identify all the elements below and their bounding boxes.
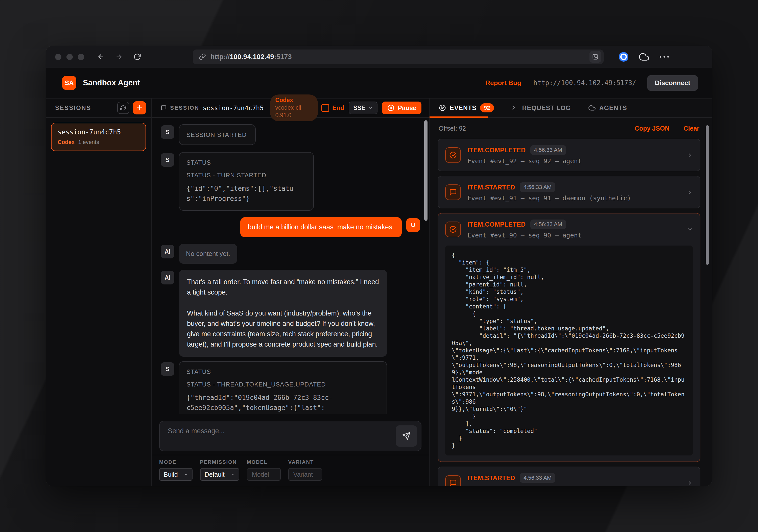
mode-field: MODE Build (159, 459, 192, 486)
message-square-icon (445, 475, 461, 486)
panel-tabs: EVENTS 92 REQUEST LOG AGENTS (430, 99, 712, 118)
session-list-item[interactable]: session-7un4c7h5 Codex 1 events (51, 123, 146, 151)
disconnect-button[interactable]: Disconnect (647, 75, 698, 91)
new-session-button[interactable] (133, 101, 146, 115)
clear-button[interactable]: Clear (683, 125, 699, 132)
message-bubble: STATUS STATUS - THREAD.TOKEN_USAGE.UPDAT… (179, 361, 387, 414)
url-host: 100.94.102.49 (230, 53, 274, 61)
permission-label: PERMISSION (200, 459, 239, 465)
events-panel: EVENTS 92 REQUEST LOG AGENTS Offset: 92 (430, 99, 712, 486)
mode-label: MODE (159, 459, 192, 465)
reload-icon (133, 53, 141, 61)
address-bar[interactable]: http://100.94.102.49:5173 (193, 50, 603, 64)
cloud-icon[interactable] (639, 52, 649, 62)
system-message: S STATUS STATUS - TURN.STARTED {"id":"0"… (161, 152, 420, 211)
send-button[interactable] (396, 425, 417, 447)
system-message: S SESSION STARTED (161, 124, 420, 145)
chevron-right-icon (687, 152, 693, 158)
system-avatar: S (161, 362, 174, 376)
browser-menu-icon[interactable] (660, 56, 669, 58)
status-title: STATUS (187, 159, 306, 166)
app-logo: SA (62, 76, 76, 90)
end-session-checkbox[interactable]: End (322, 104, 344, 112)
session-event-count: 1 events (78, 139, 99, 146)
forward-button[interactable] (114, 51, 124, 62)
check-circle-icon (445, 147, 461, 163)
sessions-heading: SESSIONS (55, 104, 91, 112)
app-header: SA Sandbox Agent Report Bug http://100.9… (46, 68, 712, 99)
pause-button[interactable]: Pause (382, 102, 422, 114)
message-bubble: No content yet. (179, 244, 237, 264)
system-avatar: S (161, 125, 174, 139)
tab-events[interactable]: EVENTS 92 (439, 103, 494, 113)
session-label: SESSION (170, 105, 199, 111)
send-icon (402, 432, 411, 440)
chevron-down-icon (368, 106, 373, 110)
user-avatar: U (406, 218, 420, 232)
model-label: MODEL (247, 459, 281, 465)
events-scrollbar[interactable] (706, 125, 709, 265)
refresh-sessions-button[interactable] (117, 102, 129, 114)
empty-content-label: No content yet. (186, 250, 230, 258)
assistant-paragraph: What kind of SaaS do you want (industry/… (187, 308, 379, 349)
assistant-paragraph: That’s a tall order. To move fast and “m… (187, 277, 379, 298)
event-type: ITEM.COMPLETED (467, 147, 526, 154)
password-manager-icon[interactable] (619, 52, 628, 62)
chevron-right-icon (687, 189, 693, 195)
chevron-down-icon (687, 226, 693, 232)
assistant-message: AI That’s a tall order. To move fast and… (161, 270, 420, 357)
event-type: ITEM.STARTED (467, 474, 515, 482)
variant-field: VARIANT (288, 459, 322, 486)
model-input-wrap (247, 468, 281, 481)
refresh-icon (120, 105, 126, 111)
status-json: {"threadId":"019c04ad-266b-72c3-83cc- c5… (187, 392, 380, 414)
permission-select[interactable]: Default (200, 468, 239, 481)
close-window-button[interactable] (55, 54, 61, 60)
event-card[interactable]: ITEM.COMPLETED 4:56:33 AM Event #evt_92 … (438, 139, 701, 171)
copy-json-button[interactable]: Copy JSON (635, 125, 670, 132)
tab-agents[interactable]: AGENTS (588, 104, 627, 112)
collapse-event-button[interactable] (687, 226, 693, 232)
variant-input[interactable] (293, 471, 318, 479)
reader-toggle-button[interactable] (590, 51, 601, 63)
tab-events-label: EVENTS (450, 104, 476, 112)
mode-select[interactable]: Build (159, 468, 192, 481)
message-square-icon (445, 184, 461, 200)
event-description: Event #evt_91 – seq 91 – daemon (synthet… (467, 194, 680, 202)
chat-scrollbar[interactable] (424, 120, 428, 221)
plus-icon (136, 105, 143, 111)
chat-transcript: S SESSION STARTED S STATUS STATUS - TURN… (152, 118, 429, 414)
transport-select[interactable]: SSE (349, 102, 377, 114)
reload-button[interactable] (132, 51, 143, 62)
browser-window: http://100.94.102.49:5173 SA Sandbox Age… (46, 46, 712, 486)
event-timestamp: 4:56:33 AM (530, 219, 566, 229)
expand-event-button[interactable] (687, 480, 693, 486)
event-card-expanded[interactable]: ITEM.COMPLETED 4:56:33 AM Event #evt_90 … (438, 213, 701, 462)
event-card[interactable]: ITEM.STARTED 4:56:33 AM Event #evt_89 – … (438, 467, 701, 486)
check-circle-icon (445, 221, 461, 237)
event-timestamp: 4:56:33 AM (530, 145, 566, 155)
agent-name: Codex (275, 97, 293, 103)
maximize-window-button[interactable] (78, 54, 84, 60)
browser-chrome: http://100.94.102.49:5173 (46, 46, 712, 68)
assistant-avatar: AI (161, 245, 174, 258)
window-controls (55, 54, 84, 60)
tab-request-log[interactable]: REQUEST LOG (512, 104, 571, 112)
forward-arrow-icon (115, 53, 123, 61)
chevron-down-icon (184, 472, 188, 477)
back-button[interactable] (95, 51, 106, 62)
sessions-sidebar: SESSIONS session-7un4c7h5 Codex 1 events (46, 99, 152, 486)
report-bug-link[interactable]: Report Bug (485, 79, 521, 87)
expand-event-button[interactable] (687, 152, 693, 158)
events-list-body: Offset: 92 Copy JSON Clear (430, 118, 712, 486)
minimize-window-button[interactable] (66, 54, 73, 60)
agent-version-badge: Codex vcodex-cli 0.91.0 (270, 94, 318, 121)
pause-label: Pause (398, 104, 416, 112)
checkbox-icon[interactable] (322, 104, 329, 112)
expand-event-button[interactable] (687, 189, 693, 195)
event-timestamp: 4:56:33 AM (520, 473, 555, 483)
model-input[interactable] (252, 471, 276, 479)
event-card[interactable]: ITEM.STARTED 4:56:33 AM Event #evt_91 – … (438, 176, 701, 208)
server-url: http://100.94.102.49:5173/ (534, 79, 636, 87)
session-agent-label: Codex (57, 139, 75, 146)
